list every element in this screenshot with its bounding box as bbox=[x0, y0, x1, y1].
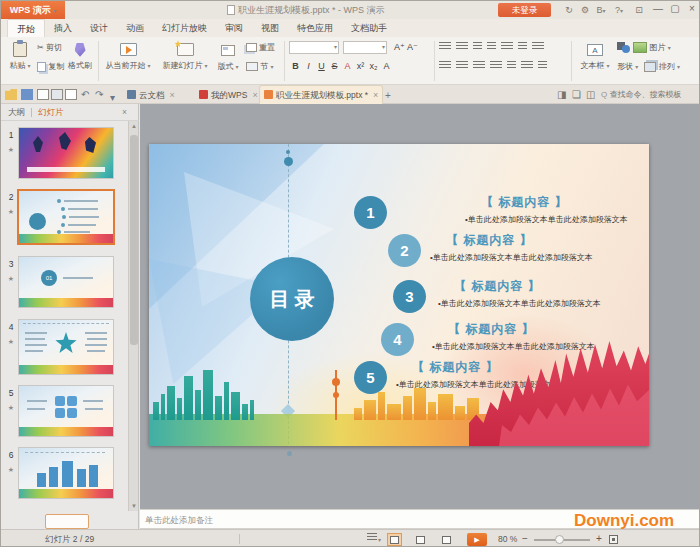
toc-entry-title[interactable]: 【 标题内容 】 bbox=[481, 194, 628, 211]
toc-entry-3[interactable]: 【 标题内容 】 •单击此处添加段落文本单击此处添加段落文本 bbox=[438, 278, 601, 309]
open-file-icon[interactable] bbox=[5, 89, 17, 100]
new-tab-icon[interactable]: + bbox=[385, 89, 391, 102]
slide-thumbnail-6[interactable] bbox=[19, 448, 113, 498]
tab-animation[interactable]: 动画 bbox=[117, 19, 153, 37]
reading-view-button[interactable] bbox=[439, 533, 454, 546]
tab-review[interactable]: 审阅 bbox=[216, 19, 252, 37]
doc-tab-cloud[interactable]: 云文档× bbox=[123, 86, 179, 104]
slide-thumbnail-5[interactable] bbox=[19, 386, 113, 436]
textbox-button[interactable]: A 文本框 ▾ bbox=[577, 40, 613, 71]
slides-tab[interactable]: 幻灯片 bbox=[38, 104, 64, 121]
scroll-up-icon[interactable]: ▲ bbox=[129, 123, 139, 129]
pin-icon[interactable]: ◨ bbox=[557, 88, 566, 101]
font-shrink-button[interactable]: A⁻ bbox=[406, 41, 419, 53]
copy-button[interactable]: 复制 bbox=[37, 61, 64, 73]
tab-doc-assistant[interactable]: 文档助手 bbox=[342, 19, 396, 37]
feedback-icon[interactable]: ⊡ bbox=[631, 3, 647, 17]
export-icon[interactable] bbox=[37, 89, 49, 100]
current-slide[interactable]: 目录 1 【 标题内容 】 •单击此处添加段落文本单击此处添加段落文本 2 【 … bbox=[149, 144, 649, 446]
bold-button[interactable]: B bbox=[289, 60, 302, 72]
print-icon[interactable] bbox=[51, 89, 63, 100]
normal-view-button[interactable] bbox=[387, 533, 402, 546]
toc-entry-1[interactable]: 【 标题内容 】 •单击此处添加段落文本单击此处添加段落文本 bbox=[465, 194, 628, 225]
align-left-icon[interactable] bbox=[439, 61, 451, 70]
minimize-button[interactable]: — bbox=[649, 1, 667, 17]
login-button[interactable]: 未登录 bbox=[498, 3, 551, 17]
tab-insert[interactable]: 插入 bbox=[45, 19, 81, 37]
tab-view[interactable]: 视图 bbox=[252, 19, 288, 37]
paste-button[interactable]: 粘贴 ▾ bbox=[5, 40, 35, 71]
subscript-button[interactable]: x₂ bbox=[367, 60, 380, 72]
maximize-button[interactable]: ▢ bbox=[666, 1, 684, 17]
undo-icon[interactable]: ↶ bbox=[81, 88, 89, 101]
toc-entry-body[interactable]: •单击此处添加段落文本单击此处添加段落文本 bbox=[465, 214, 628, 225]
decrease-indent-icon[interactable] bbox=[473, 42, 482, 51]
print-preview-icon[interactable] bbox=[65, 89, 77, 100]
tab-home[interactable]: 开始 bbox=[7, 19, 45, 37]
help-icon[interactable]: ?▾ bbox=[611, 3, 627, 17]
toc-entry-body[interactable]: •单击此处添加段落文本单击此处添加段落文本 bbox=[430, 252, 593, 263]
zoom-slider-handle[interactable] bbox=[555, 535, 564, 544]
format-painter-button[interactable]: 格式刷 bbox=[65, 40, 95, 71]
superscript-button[interactable]: x² bbox=[354, 60, 367, 72]
toc-entry-body[interactable]: •单击此处添加段落文本单击此处添加段落文本 bbox=[438, 298, 601, 309]
font-grow-button[interactable]: A⁺ bbox=[393, 41, 406, 53]
font-name-select[interactable] bbox=[289, 41, 339, 54]
italic-button[interactable]: I bbox=[302, 60, 315, 72]
paragraph-settings-icon[interactable] bbox=[538, 61, 547, 70]
underline-button[interactable]: U bbox=[315, 60, 328, 72]
zoom-in-button[interactable]: + bbox=[596, 530, 602, 547]
slide-sorter-view-button[interactable] bbox=[413, 533, 428, 546]
close-tab-icon[interactable]: × bbox=[170, 90, 175, 100]
font-size-select[interactable] bbox=[343, 41, 387, 54]
increase-indent-icon[interactable] bbox=[487, 42, 496, 51]
toc-number-3[interactable]: 3 bbox=[393, 280, 426, 313]
distribute-icon[interactable] bbox=[507, 61, 516, 70]
vertical-align-icon[interactable] bbox=[521, 61, 533, 70]
sync-icon[interactable]: ↻ bbox=[561, 3, 577, 17]
bullet-list-icon[interactable] bbox=[439, 42, 451, 51]
quick-access-dropdown-icon[interactable]: ▾ bbox=[110, 91, 115, 104]
toc-number-2[interactable]: 2 bbox=[388, 234, 421, 267]
close-tab-icon[interactable]: × bbox=[373, 90, 378, 100]
scroll-down-icon[interactable]: ▼ bbox=[129, 503, 139, 509]
reset-button[interactable]: 重置 bbox=[246, 42, 275, 54]
slide-thumbnail-2-selected[interactable] bbox=[19, 191, 113, 243]
slide-thumbnail-4[interactable] bbox=[19, 320, 113, 374]
fit-to-window-icon[interactable] bbox=[609, 535, 618, 544]
redo-icon[interactable]: ↷ bbox=[95, 88, 103, 101]
play-from-current-button[interactable]: 从当前开始 ▾ bbox=[103, 40, 153, 71]
toc-entry-2[interactable]: 【 标题内容 】 •单击此处添加段落文本单击此处添加段落文本 bbox=[430, 232, 593, 263]
line-spacing-icon[interactable] bbox=[532, 42, 544, 51]
switch-window-icon[interactable]: ◫ bbox=[586, 88, 595, 101]
zoom-out-button[interactable]: − bbox=[522, 530, 528, 547]
close-tab-icon[interactable]: × bbox=[252, 90, 257, 100]
command-search[interactable]: Q bbox=[601, 87, 696, 102]
outline-tab[interactable]: 大纲 bbox=[8, 104, 25, 121]
feedback-chat-icon[interactable]: ❏ bbox=[572, 88, 581, 101]
toc-number-1[interactable]: 1 bbox=[354, 196, 387, 229]
columns-icon[interactable] bbox=[518, 42, 527, 51]
close-panel-icon[interactable]: × bbox=[122, 104, 127, 121]
toc-entry-title[interactable]: 【 标题内容 】 bbox=[454, 278, 601, 295]
slide-thumbnail-3[interactable]: 01 bbox=[19, 257, 113, 307]
close-button[interactable]: × bbox=[683, 1, 700, 17]
section-button[interactable]: 节 ▾ bbox=[246, 61, 273, 73]
wps-logo-menu[interactable]: WPS 演示 ▾ bbox=[1, 1, 65, 19]
tab-slideshow[interactable]: 幻灯片放映 bbox=[153, 19, 216, 37]
toc-title-circle[interactable]: 目录 bbox=[250, 257, 334, 341]
numbered-list-icon[interactable] bbox=[456, 42, 468, 51]
align-center-icon[interactable] bbox=[456, 61, 468, 70]
settings-icon[interactable]: ⚙ bbox=[577, 3, 593, 17]
clear-format-button[interactable]: A bbox=[380, 60, 393, 72]
picture-button[interactable]: 图片 ▾ bbox=[617, 42, 671, 54]
doc-tab-current[interactable]: 职业生涯规划模板.pptx *× bbox=[259, 85, 383, 104]
save-icon[interactable] bbox=[21, 89, 33, 100]
skin-icon[interactable]: B▾ bbox=[593, 3, 609, 17]
arrange-button[interactable]: 排列 ▾ bbox=[659, 62, 680, 71]
tab-special-apps[interactable]: 特色应用 bbox=[288, 19, 342, 37]
new-slide-button[interactable]: 新建幻灯片 ▾ bbox=[159, 40, 211, 71]
search-input[interactable] bbox=[609, 90, 689, 99]
slide-thumbnail-1[interactable] bbox=[19, 128, 113, 178]
strikethrough-button[interactable]: S bbox=[328, 60, 341, 72]
